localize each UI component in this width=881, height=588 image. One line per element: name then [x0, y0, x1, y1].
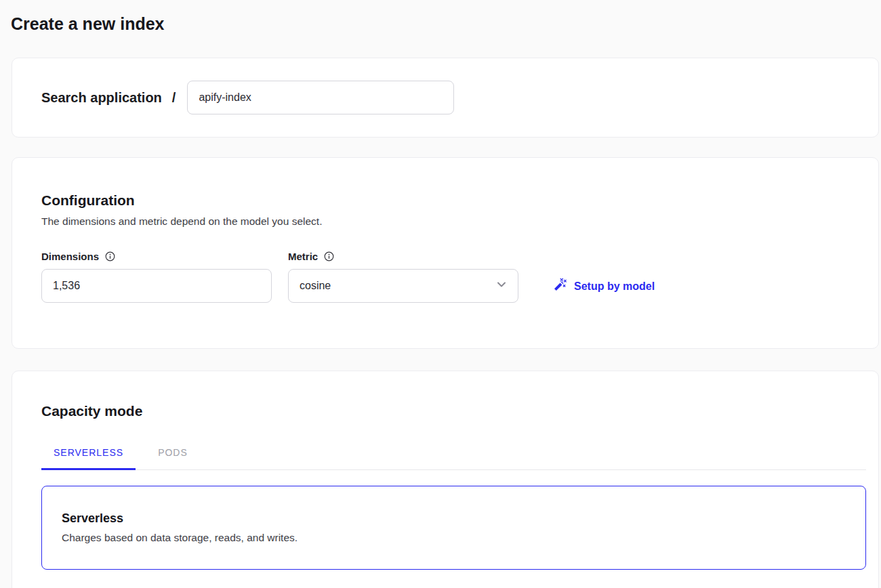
metric-selected-value: cosine — [300, 280, 331, 292]
chevron-down-icon — [495, 278, 508, 294]
index-name-input[interactable] — [187, 81, 454, 114]
tab-pods[interactable]: PODS — [146, 447, 200, 469]
serverless-option-description: Charges based on data storage, reads, an… — [62, 532, 865, 544]
dimensions-field: Dimensions — [41, 250, 272, 303]
dimensions-label: Dimensions — [41, 251, 99, 262]
serverless-option-card[interactable]: Serverless Charges based on data storage… — [41, 486, 866, 570]
metric-select[interactable]: cosine — [288, 269, 518, 303]
search-application-label: Search application — [41, 90, 162, 106]
page-header: Create a new index — [0, 0, 881, 34]
configuration-title: Configuration — [41, 192, 878, 209]
setup-by-model-link[interactable]: Setup by model — [552, 278, 655, 295]
magic-wand-icon — [552, 278, 567, 295]
setup-by-model-label: Setup by model — [574, 280, 655, 293]
configuration-fields-row: Dimensions Metric — [41, 250, 878, 303]
tab-serverless[interactable]: SERVERLESS — [41, 447, 136, 469]
page-title: Create a new index — [11, 14, 870, 34]
metric-field: Metric cosine — [288, 250, 518, 303]
capacity-mode-title: Capacity mode — [41, 402, 878, 420]
capacity-mode-card: Capacity mode SERVERLESS PODS Serverless… — [12, 371, 879, 588]
info-icon[interactable] — [105, 251, 115, 261]
index-name-card: Search application / — [12, 58, 879, 138]
capacity-tabs: SERVERLESS PODS — [41, 447, 866, 470]
serverless-option-title: Serverless — [62, 511, 865, 526]
configuration-subtitle: The dimensions and metric depend on the … — [41, 215, 878, 228]
configuration-card: Configuration The dimensions and metric … — [12, 157, 879, 349]
metric-label: Metric — [288, 251, 318, 262]
info-icon[interactable] — [324, 251, 334, 261]
dimensions-input[interactable] — [41, 269, 272, 303]
name-separator: / — [172, 90, 176, 106]
